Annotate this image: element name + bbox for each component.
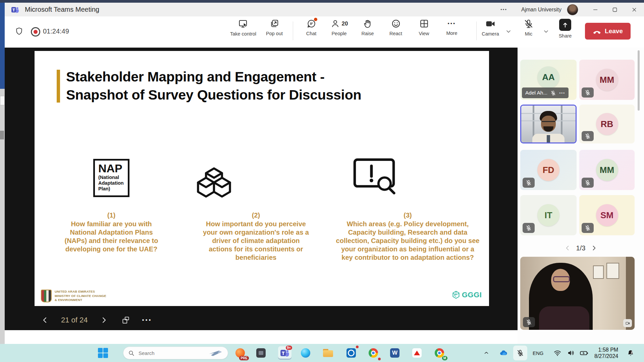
titlebar-overflow-icon[interactable]: ••• bbox=[500, 7, 507, 12]
start-button-icon[interactable] bbox=[98, 348, 108, 358]
account-avatar[interactable] bbox=[567, 4, 578, 15]
mic-button[interactable]: Mic bbox=[511, 19, 546, 37]
pager-next-icon[interactable] bbox=[591, 245, 597, 251]
participant-video-speaker[interactable] bbox=[520, 105, 577, 143]
survey-question-3: (3) Which areas (e.g. Policy development… bbox=[335, 211, 481, 262]
participant-tile-fd[interactable]: FD bbox=[520, 150, 577, 190]
participant-initials: SM bbox=[600, 210, 613, 221]
survey-question-2: (2) How important do you perceive your o… bbox=[202, 211, 310, 262]
word-icon[interactable]: W bbox=[388, 346, 401, 360]
share-arrow-icon bbox=[561, 21, 569, 29]
teams-logo-icon bbox=[11, 5, 19, 14]
file-explorer-icon[interactable] bbox=[321, 346, 335, 360]
language-indicator[interactable]: ENG bbox=[533, 344, 544, 362]
account-name[interactable]: Ajman University bbox=[521, 7, 561, 13]
mic-off-badge bbox=[582, 87, 594, 98]
take-control-button[interactable]: Take control bbox=[226, 19, 261, 37]
browser-icon-notification[interactable] bbox=[367, 346, 380, 360]
camera-options-chevron-icon[interactable] bbox=[505, 28, 512, 35]
view-grid-icon bbox=[419, 19, 429, 28]
pre-badge: PRE bbox=[239, 356, 249, 360]
teams-taskbar-icon[interactable]: 9+ bbox=[278, 346, 291, 360]
presentation-slide: Stakeholder Mapping and Engagement - Sna… bbox=[35, 51, 489, 306]
window-close-button[interactable] bbox=[625, 3, 644, 16]
app-icon-dark[interactable] bbox=[254, 346, 268, 360]
tray-mic-muted[interactable] bbox=[513, 344, 527, 362]
participant-name-pill: Adel Ah... ••• bbox=[522, 87, 569, 98]
participant-tile-mm1[interactable]: MM bbox=[579, 60, 635, 100]
search-input[interactable] bbox=[138, 350, 200, 356]
survey-question-1: (1) How familiar are you with National A… bbox=[63, 211, 160, 253]
leave-button[interactable]: Leave bbox=[585, 23, 631, 40]
onedrive-icon[interactable] bbox=[499, 344, 508, 362]
chrome-profile-icon[interactable]: M bbox=[433, 346, 446, 360]
mic-off-badge bbox=[582, 223, 594, 233]
background-window-artifact bbox=[0, 131, 4, 139]
volume-icon[interactable] bbox=[567, 344, 575, 362]
more-button[interactable]: ••• More bbox=[434, 19, 469, 36]
pop-out-button[interactable]: Pop out bbox=[257, 19, 292, 36]
battery-icon[interactable] bbox=[580, 344, 588, 362]
window-minimize-button[interactable] bbox=[586, 3, 605, 16]
search-banner-graphic bbox=[208, 349, 223, 357]
chat-notification-dot bbox=[314, 18, 317, 21]
participant-initials: FD bbox=[543, 165, 554, 175]
mic-off-icon bbox=[517, 349, 524, 357]
clock[interactable]: 1:58 PM 8/27/2024 bbox=[594, 344, 618, 362]
app-icon-pre[interactable]: PRE bbox=[233, 346, 247, 360]
tray-chevron-icon[interactable] bbox=[483, 344, 489, 362]
presentation-stage: Stakeholder Mapping and Engagement - Sna… bbox=[5, 48, 518, 330]
people-count: 20 bbox=[342, 20, 348, 27]
camera-switch-icon[interactable] bbox=[623, 319, 632, 327]
wifi-icon[interactable] bbox=[553, 344, 561, 362]
window-maximize-button[interactable] bbox=[605, 3, 625, 16]
previous-slide-icon[interactable] bbox=[41, 316, 49, 324]
tray-time: 1:58 PM bbox=[594, 347, 618, 353]
camera-button[interactable]: Camera bbox=[473, 19, 508, 37]
share-button[interactable]: Share bbox=[548, 19, 583, 39]
slide-thumbnails-icon[interactable] bbox=[121, 316, 130, 324]
participant-tile-mm2[interactable]: MM bbox=[579, 150, 635, 190]
participant-tile-rb[interactable]: RB bbox=[579, 105, 635, 143]
gggi-logo: GGGI bbox=[451, 290, 482, 299]
slide-more-options-icon[interactable]: ••• bbox=[142, 317, 152, 323]
recording-indicator-icon bbox=[31, 27, 40, 37]
window-titlebar: Microsoft Teams Meeting ••• Ajman Univer… bbox=[5, 3, 644, 16]
mic-off-icon bbox=[585, 180, 591, 186]
cubes-icon bbox=[191, 152, 237, 198]
tray-date: 8/27/2024 bbox=[594, 353, 618, 359]
taskbar-search[interactable] bbox=[123, 347, 228, 359]
phone-down-icon bbox=[593, 27, 601, 36]
participant-initials: AA bbox=[542, 72, 555, 82]
participant-tile-it[interactable]: IT bbox=[520, 195, 577, 235]
uae-ministry-logo: UNITED ARAB EMIRATES MINISTRY OF CLIMATE… bbox=[41, 290, 106, 302]
participant-video-presenter[interactable] bbox=[520, 257, 635, 330]
teams-badge: 9+ bbox=[286, 346, 292, 350]
participant-tile-sm[interactable]: SM bbox=[579, 195, 635, 235]
edge-icon[interactable] bbox=[299, 346, 312, 360]
outlook-notification-dot bbox=[356, 346, 359, 348]
security-shield-icon bbox=[15, 27, 23, 36]
participant-initials: MM bbox=[600, 165, 614, 175]
participants-pager: 1/3 bbox=[518, 242, 644, 254]
background-window-rail bbox=[0, 89, 5, 344]
title-accent-bar bbox=[57, 70, 60, 103]
notification-bell-icon[interactable] bbox=[627, 344, 635, 362]
slide-counter: 21 of 24 bbox=[61, 316, 88, 324]
people-icon bbox=[330, 19, 340, 28]
acrobat-icon[interactable] bbox=[410, 346, 424, 360]
mic-off-badge bbox=[523, 317, 535, 327]
screen: Microsoft Teams Meeting ••• Ajman Univer… bbox=[0, 0, 644, 362]
toolbar-divider bbox=[293, 21, 293, 40]
participant-more-icon[interactable]: ••• bbox=[559, 91, 565, 95]
window-title: Microsoft Teams Meeting bbox=[25, 6, 99, 13]
pop-out-icon bbox=[270, 19, 279, 28]
meeting-timer: 01:24:49 bbox=[43, 27, 69, 35]
participant-tile-adel[interactable]: AA Adel Ah... ••• bbox=[520, 60, 577, 100]
next-slide-icon[interactable] bbox=[100, 316, 108, 324]
pager-previous-icon[interactable] bbox=[564, 245, 571, 251]
mic-off-badge bbox=[582, 178, 594, 188]
mic-off-icon bbox=[550, 90, 556, 96]
sidebar-scrollbar[interactable] bbox=[638, 50, 640, 111]
outlook-icon[interactable] bbox=[344, 346, 358, 360]
